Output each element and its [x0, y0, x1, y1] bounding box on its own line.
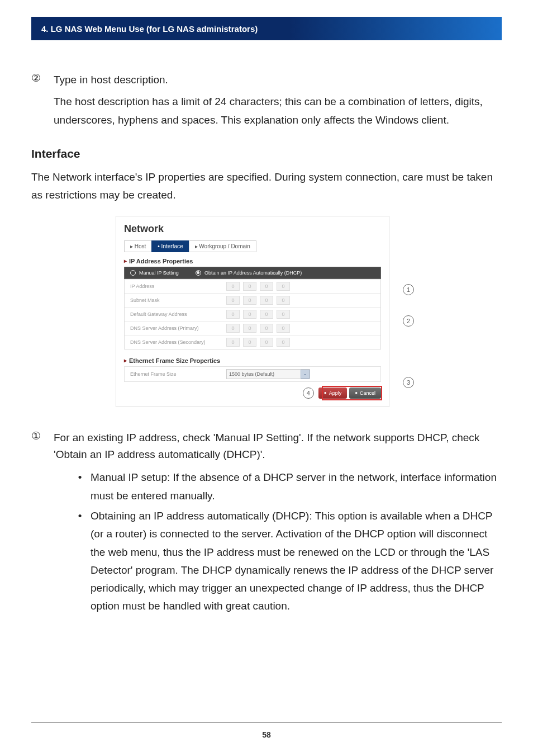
document-page: 4. LG NAS Web Menu Use (for LG NAS admin… [0, 0, 533, 756]
callout-2: 2 [403, 315, 414, 327]
dot-icon: ● [355, 390, 358, 395]
apply-label: Apply [329, 390, 342, 396]
row-label: Default Gateway Address [130, 311, 223, 317]
button-row: 4 ● Apply ● Cancel [124, 388, 381, 399]
step-2-title: Type in host description. [54, 72, 502, 88]
table-row: Default Gateway Address 0 0 0 0 [125, 307, 380, 321]
octet-input[interactable]: 0 [277, 338, 290, 347]
row-label: DNS Server Address (Secondary) [130, 339, 223, 345]
octet-input[interactable]: 0 [243, 324, 256, 333]
tab-host[interactable]: ▸ Host [124, 240, 152, 252]
octet-input[interactable]: 0 [260, 296, 273, 305]
octet-input[interactable]: 0 [260, 338, 273, 347]
eth-section-text: Ethernet Frame Size Properties [129, 357, 220, 364]
page-number: 58 [31, 730, 502, 739]
octet-input[interactable]: 0 [243, 310, 256, 319]
bullet-text: Obtaining an IP address automatically (D… [91, 507, 502, 616]
row-label: IP Address [130, 284, 223, 289]
octet-input[interactable]: 0 [243, 338, 256, 347]
arrow-icon: ▸ [124, 258, 127, 264]
panel-title: Network [124, 223, 381, 235]
eth-row-label: Ethernet Frame Size [130, 371, 223, 377]
callout-1: 1 [403, 284, 414, 295]
tab-interface[interactable]: • Interface [151, 240, 189, 252]
eth-frame-row: Ethernet Frame Size 1500 bytes (Default)… [124, 366, 381, 382]
radio-icon [196, 270, 201, 276]
eth-select-value: 1500 bytes (Default) [229, 370, 274, 378]
ip-mode-row: Manual IP Setting Obtain an IP Address A… [124, 267, 381, 279]
list-item: • Obtaining an IP address automatically … [76, 507, 502, 616]
radio-manual[interactable]: Manual IP Setting [130, 270, 179, 276]
table-row: DNS Server Address (Primary) 0 0 0 0 [125, 321, 380, 335]
network-panel: Network ▸ Host • Interface ▸ Workgroup /… [116, 216, 389, 407]
step-2-desc: The host description has a limit of 24 c… [54, 93, 502, 129]
footer-line [31, 722, 502, 722]
octet-input[interactable]: 0 [260, 324, 273, 333]
octet-input[interactable]: 0 [277, 296, 290, 305]
bullet-text: Manual IP setup: If the absence of a DHC… [91, 469, 502, 505]
chapter-header: 4. LG NAS Web Menu Use (for LG NAS admin… [31, 17, 502, 40]
step-1-text: For an existing IP address, check 'Manua… [54, 429, 502, 464]
bullet-icon: • [76, 507, 84, 616]
octet-input[interactable]: 0 [226, 296, 240, 305]
dot-icon: ● [324, 390, 327, 395]
octet-input[interactable]: 0 [243, 296, 256, 305]
cancel-label: Cancel [360, 390, 375, 396]
octet-input[interactable]: 0 [277, 282, 290, 291]
radio-icon [130, 270, 136, 276]
octet-input[interactable]: 0 [226, 310, 240, 319]
chevron-down-icon: ⌄ [301, 370, 310, 379]
octet-input[interactable]: 0 [226, 324, 240, 333]
page-footer: 58 [31, 722, 502, 739]
octet-input[interactable]: 0 [243, 282, 256, 291]
callout-4: 4 [303, 388, 314, 399]
octet-input[interactable]: 0 [260, 310, 273, 319]
eth-frame-select[interactable]: 1500 bytes (Default) ⌄ [226, 369, 310, 379]
tab-bar: ▸ Host • Interface ▸ Workgroup / Domain [124, 240, 381, 252]
octet-input[interactable]: 0 [226, 282, 240, 291]
step-2: ② Type in host description. [31, 72, 502, 88]
row-label: Subnet Mask [130, 297, 223, 303]
radio-dhcp-label: Obtain an IP Address Automatically (DHCP… [204, 270, 302, 276]
octet-input[interactable]: 0 [277, 324, 290, 333]
list-item: • Manual IP setup: If the absence of a D… [76, 469, 502, 505]
interface-intro: The Network interface's IP properties ar… [31, 168, 502, 205]
cancel-button[interactable]: ● Cancel [349, 388, 381, 399]
bullet-list: • Manual IP setup: If the absence of a D… [76, 469, 502, 615]
ip-grid: IP Address 0 0 0 0 Subnet Mask 0 0 0 0 D… [124, 279, 381, 349]
table-row: DNS Server Address (Secondary) 0 0 0 0 [125, 335, 380, 349]
table-row: Subnet Mask 0 0 0 0 [125, 293, 380, 307]
octet-input[interactable]: 0 [260, 282, 273, 291]
chapter-title: 4. LG NAS Web Menu Use (for LG NAS admin… [41, 24, 258, 34]
screenshot-container: Network ▸ Host • Interface ▸ Workgroup /… [116, 216, 417, 407]
step-1-number: ① [31, 429, 45, 464]
radio-manual-label: Manual IP Setting [139, 270, 179, 276]
radio-dhcp[interactable]: Obtain an IP Address Automatically (DHCP… [196, 270, 302, 276]
table-row: IP Address 0 0 0 0 [125, 279, 380, 293]
ip-section-label: ▸ IP Address Properties [124, 258, 381, 264]
ip-section-text: IP Address Properties [129, 258, 193, 264]
interface-heading: Interface [31, 147, 502, 160]
tab-workgroup[interactable]: ▸ Workgroup / Domain [189, 240, 256, 252]
apply-button[interactable]: ● Apply [318, 388, 347, 399]
octet-input[interactable]: 0 [226, 338, 240, 347]
step-1: ① For an existing IP address, check 'Man… [31, 429, 502, 464]
eth-section-label: ▸ Ethernet Frame Size Properties [124, 357, 381, 364]
arrow-icon: ▸ [124, 357, 127, 363]
octet-input[interactable]: 0 [277, 310, 290, 319]
step-2-number: ② [31, 72, 45, 88]
callout-3: 3 [403, 377, 414, 388]
bullet-icon: • [76, 469, 84, 505]
row-label: DNS Server Address (Primary) [130, 325, 223, 331]
